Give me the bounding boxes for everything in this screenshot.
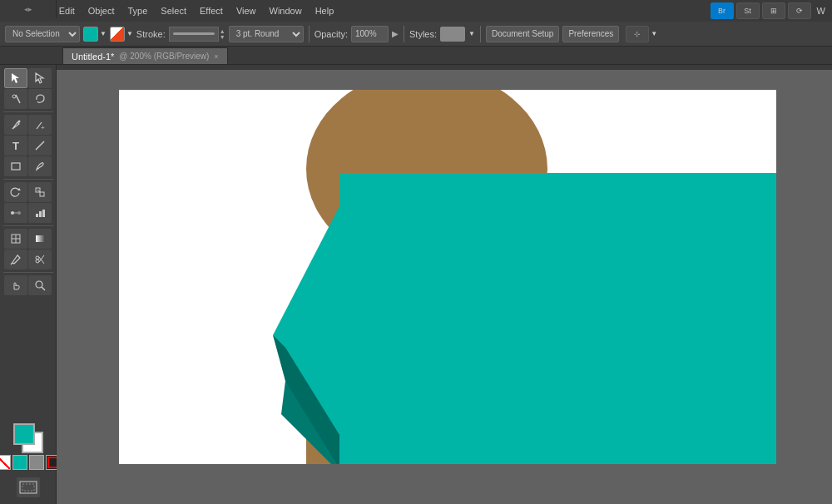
gray-swatch[interactable] [29, 455, 44, 470]
svg-line-28 [42, 287, 45, 290]
svg-rect-17 [42, 210, 45, 217]
left-toolbar: + T [0, 65, 57, 504]
foreground-color-swatch[interactable] [13, 423, 35, 445]
artboard-tool[interactable] [17, 477, 40, 497]
menu-bar: Ai File Edit Object Type Select Effect V… [0, 0, 832, 22]
main-area: + T [0, 65, 832, 504]
svg-rect-31 [22, 484, 34, 491]
arrange-dropdown-arrow[interactable]: ▼ [651, 30, 657, 37]
tool-row-10 [4, 275, 52, 295]
stock-icon-btn[interactable]: St [736, 2, 760, 19]
svg-line-2 [16, 95, 20, 103]
scissors-tool[interactable] [28, 250, 52, 269]
color-swatch-main [13, 423, 43, 453]
opacity-arrow[interactable]: ▶ [392, 29, 399, 38]
gradient-tool[interactable] [28, 229, 52, 249]
svg-rect-16 [39, 211, 42, 217]
svg-rect-7 [12, 163, 20, 170]
fill-dropdown-arrow[interactable]: ▼ [100, 30, 106, 37]
tool-row-7 [4, 203, 52, 223]
stroke-up-arrow[interactable]: ▲ [220, 28, 225, 34]
menu-help[interactable]: Help [310, 4, 340, 17]
preferences-button[interactable]: Preferences [562, 26, 619, 42]
hand-tool[interactable] [4, 275, 27, 295]
swatch-small-row [0, 455, 61, 470]
toolbar-separator-3 [480, 26, 481, 42]
tab-bar: ◂▸ Untitled-1* @ 200% (RGB/Preview) × [0, 47, 832, 65]
direct-select-tool[interactable] [28, 68, 52, 88]
canvas[interactable] [119, 90, 776, 464]
svg-point-13 [17, 211, 21, 215]
rectangle-tool[interactable] [4, 156, 27, 176]
line-tool[interactable] [28, 136, 52, 156]
tool-row-8 [4, 229, 52, 249]
tool-separator-1 [3, 111, 53, 112]
mesh-tool[interactable] [4, 229, 27, 249]
menu-object[interactable]: Object [82, 4, 121, 17]
selection-dropdown[interactable]: No Selection [5, 26, 80, 42]
svg-point-23 [36, 256, 39, 259]
stroke-dropdown-arrow[interactable]: ▼ [126, 30, 133, 37]
toolbar-separator-1 [309, 26, 310, 42]
tab-zoom-mode: @ 200% (RGB/Preview) [119, 52, 209, 61]
tab-close-btn[interactable]: × [214, 52, 218, 61]
pen-tool[interactable] [4, 115, 27, 135]
top-icons-bar: Br St ⊞ ⟳ W [711, 2, 829, 19]
tool-separator-4 [3, 272, 53, 273]
tab-bar-left-icon: ◂▸ [24, 5, 32, 13]
tool-row-5 [4, 156, 52, 176]
svg-rect-21 [36, 235, 44, 242]
svg-point-3 [12, 95, 16, 98]
menu-type[interactable]: Type [122, 4, 154, 17]
svg-marker-1 [36, 73, 43, 83]
svg-point-4 [18, 121, 21, 123]
arrange-icons: ⊹ ▼ [626, 26, 657, 42]
svg-line-6 [36, 141, 44, 150]
svg-line-22 [11, 263, 12, 264]
teal-swatch[interactable] [12, 455, 27, 470]
rotate-tool[interactable] [4, 182, 27, 202]
zoom-tool[interactable] [28, 275, 52, 295]
column-graph-tool[interactable] [28, 203, 52, 223]
add-anchor-tool[interactable]: + [28, 115, 52, 135]
select-tool[interactable] [4, 68, 27, 88]
menu-window[interactable]: Window [264, 4, 308, 17]
extra-label: W [814, 6, 829, 16]
lasso-tool[interactable] [28, 89, 52, 109]
tool-row-9 [4, 250, 52, 269]
arrange-icon[interactable]: ⊹ [626, 26, 649, 42]
tool-row-1 [4, 68, 52, 88]
layout-icon-btn[interactable]: ⊞ [762, 2, 785, 19]
svg-point-24 [36, 259, 39, 263]
magic-wand-tool[interactable] [4, 89, 27, 109]
stroke-style-dropdown[interactable]: 3 pt. Round [229, 26, 304, 42]
menu-edit[interactable]: Edit [53, 4, 81, 17]
styles-dropdown-arrow[interactable]: ▼ [468, 30, 475, 37]
stroke-swatch[interactable] [110, 27, 125, 42]
tool-row-3: + [4, 115, 52, 135]
svg-point-27 [36, 281, 42, 288]
fill-swatch[interactable] [83, 27, 98, 42]
none-swatch[interactable] [0, 455, 11, 470]
opacity-input[interactable] [351, 26, 389, 42]
bridge-icon-btn[interactable]: Br [711, 2, 734, 19]
stroke-down-arrow[interactable]: ▼ [220, 34, 225, 40]
sync-icon-btn[interactable]: ⟳ [788, 2, 811, 19]
svg-marker-0 [12, 73, 19, 83]
pencil-tool[interactable] [28, 156, 52, 176]
menu-effect[interactable]: Effect [194, 4, 229, 17]
styles-swatch[interactable] [440, 27, 465, 42]
document-tab[interactable]: Untitled-1* @ 200% (RGB/Preview) × [62, 47, 228, 64]
menu-view[interactable]: View [230, 4, 262, 17]
tool-row-2 [4, 89, 52, 109]
type-icon: T [12, 140, 19, 152]
control-toolbar: No Selection ▼ ▼ Stroke: ▲ ▼ 3 pt. Round… [0, 22, 832, 47]
blend-tool[interactable] [4, 203, 27, 223]
document-setup-button[interactable]: Document Setup [486, 26, 560, 42]
type-tool[interactable]: T [4, 136, 27, 156]
tool-separator-2 [3, 179, 53, 180]
scale-tool[interactable] [28, 182, 52, 202]
tab-filename: Untitled-1* [72, 52, 114, 62]
eyedropper-tool[interactable] [4, 250, 27, 269]
menu-select[interactable]: Select [155, 4, 192, 17]
